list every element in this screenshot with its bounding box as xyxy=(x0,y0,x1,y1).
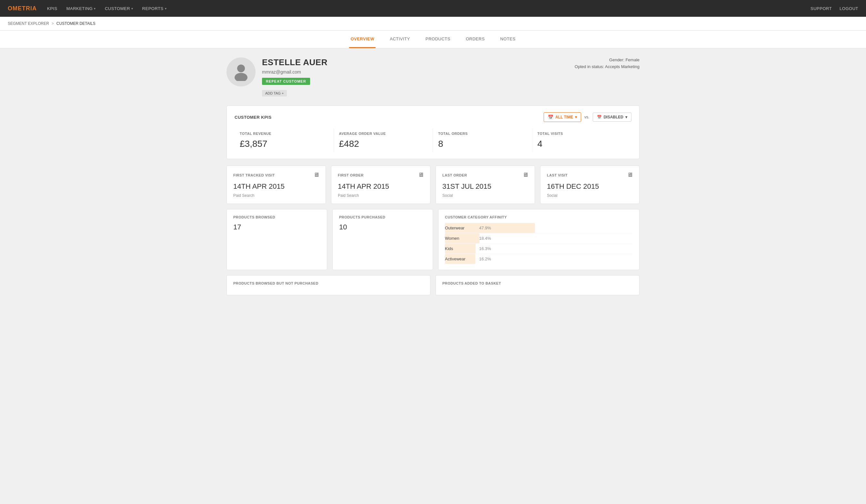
nav-right: SUPPORT LOGOUT xyxy=(811,6,858,11)
breadcrumb: SEGMENT EXPLORER > CUSTOMER DETAILS xyxy=(0,17,866,31)
nav-items: KPIS MARKETING ▾ CUSTOMER ▾ REPORTS ▾ xyxy=(47,6,811,11)
last-visit-value: 16TH DEC 2015 xyxy=(547,182,633,191)
calendar-icon: 📅 xyxy=(548,114,553,120)
nav-item-kpis[interactable]: KPIS xyxy=(47,6,57,11)
avatar xyxy=(226,57,256,87)
customer-info: ESTELLE AUER mmraz@gmail.com REPEAT CUST… xyxy=(262,57,568,97)
chevron-icon: ▾ xyxy=(131,7,133,10)
affinity-row: Kids16.3% xyxy=(445,244,633,254)
kpi-metrics: TOTAL REVENUE £3,857 AVERAGE ORDER VALUE… xyxy=(235,128,631,152)
main-content: ESTELLE AUER mmraz@gmail.com REPEAT CUST… xyxy=(207,48,659,304)
products-purchased-label: PRODUCTS PURCHASED xyxy=(339,215,385,219)
products-purchased-value: 10 xyxy=(339,223,426,231)
first-order-sub: Paid Search xyxy=(338,193,424,198)
products-row: PRODUCTS BROWSED 17 PRODUCTS PURCHASED 1… xyxy=(226,209,640,270)
kpi-total-orders: TOTAL ORDERS 8 xyxy=(433,128,532,152)
bottom-row: PRODUCTS BROWSED BUT NOT PURCHASED PRODU… xyxy=(226,275,640,295)
customer-header: ESTELLE AUER mmraz@gmail.com REPEAT CUST… xyxy=(226,57,640,97)
visit-cards: FIRST TRACKED VISIT 🖥 14TH APR 2015 Paid… xyxy=(226,166,640,204)
monitor-icon-2: 🖥 xyxy=(418,172,424,178)
monitor-icon-4: 🖥 xyxy=(627,172,633,178)
calendar-icon-gray: 📅 xyxy=(597,115,602,119)
tab-orders[interactable]: ORDERS xyxy=(465,31,486,48)
products-purchased-card: PRODUCTS PURCHASED 10 xyxy=(332,209,433,270)
products-browsed-value: 17 xyxy=(233,223,320,231)
affinity-pct: 47.9% xyxy=(479,225,491,231)
tab-bar: OVERVIEW ACTIVITY PRODUCTS ORDERS NOTES xyxy=(0,31,866,48)
first-order-label: FIRST ORDER xyxy=(338,173,364,177)
products-browsed-label: PRODUCTS BROWSED xyxy=(233,215,275,219)
affinity-rows: Outerwear47.9%Women18.4%Kids16.3%Activew… xyxy=(445,223,633,264)
customer-gender: Gender: Female xyxy=(575,57,640,62)
disabled-button[interactable]: 📅 DISABLED ▾ xyxy=(593,113,631,122)
logo[interactable]: OMETRIA xyxy=(8,5,37,12)
tab-overview[interactable]: OVERVIEW xyxy=(349,31,376,48)
products-browsed-not-purchased-label: PRODUCTS BROWSED BUT NOT PURCHASED xyxy=(233,281,319,285)
breadcrumb-current: CUSTOMER DETAILS xyxy=(56,21,96,26)
vs-label: vs. xyxy=(584,115,589,119)
last-order-card: LAST ORDER 🖥 31ST JUL 2015 Social xyxy=(436,166,535,204)
nav-logout[interactable]: LOGOUT xyxy=(840,6,858,11)
kpi-header: CUSTOMER KPIS 📅 ALL TIME ▾ vs. 📅 DISABLE… xyxy=(235,112,631,122)
first-tracked-visit-label: FIRST TRACKED VISIT xyxy=(233,173,275,177)
add-tag-button[interactable]: ADD TAG + xyxy=(262,90,287,97)
monitor-icon-3: 🖥 xyxy=(522,172,529,178)
repeat-customer-badge: REPEAT CUSTOMER xyxy=(262,78,310,85)
chevron-down-icon: ▾ xyxy=(575,115,577,119)
nav-item-reports[interactable]: REPORTS ▾ xyxy=(142,6,167,11)
top-nav: OMETRIA KPIS MARKETING ▾ CUSTOMER ▾ REPO… xyxy=(0,0,866,17)
kpi-total-visits: TOTAL VISITS 4 xyxy=(532,128,632,152)
customer-name: ESTELLE AUER xyxy=(262,57,568,67)
first-tracked-visit-card: FIRST TRACKED VISIT 🖥 14TH APR 2015 Paid… xyxy=(226,166,326,204)
last-visit-sub: Social xyxy=(547,193,633,198)
kpi-total-revenue: TOTAL REVENUE £3,857 xyxy=(235,128,334,152)
affinity-category-label: Kids xyxy=(445,246,477,251)
last-visit-card: LAST VISIT 🖥 16TH DEC 2015 Social xyxy=(540,166,640,204)
last-visit-label: LAST VISIT xyxy=(547,173,568,177)
affinity-pct: 16.3% xyxy=(479,246,491,251)
affinity-row: Activewear16.2% xyxy=(445,254,633,264)
products-added-to-basket-card: PRODUCTS ADDED TO BASKET xyxy=(436,275,640,295)
customer-email: mmraz@gmail.com xyxy=(262,69,568,75)
products-browsed-card: PRODUCTS BROWSED 17 xyxy=(226,209,327,270)
first-order-card: FIRST ORDER 🖥 14TH APR 2015 Paid Search xyxy=(331,166,430,204)
affinity-category-label: Women xyxy=(445,236,477,241)
monitor-icon: 🖥 xyxy=(313,172,320,178)
chevron-down-icon-gray: ▾ xyxy=(625,115,627,119)
affinity-card: CUSTOMER CATEGORY AFFINITY Outerwear47.9… xyxy=(438,209,640,270)
nav-item-customer[interactable]: CUSTOMER ▾ xyxy=(105,6,133,11)
breadcrumb-parent[interactable]: SEGMENT EXPLORER xyxy=(8,21,49,26)
products-browsed-not-purchased-card: PRODUCTS BROWSED BUT NOT PURCHASED xyxy=(226,275,430,295)
last-order-value: 31ST JUL 2015 xyxy=(442,182,528,191)
last-order-label: LAST ORDER xyxy=(442,173,467,177)
tab-notes[interactable]: NOTES xyxy=(499,31,517,48)
person-icon xyxy=(233,63,249,81)
breadcrumb-separator: > xyxy=(52,21,54,26)
customer-meta: Gender: Female Opted in status: Accepts … xyxy=(575,57,640,71)
svg-point-0 xyxy=(237,65,245,72)
kpi-title: CUSTOMER KPIS xyxy=(235,115,272,120)
tab-activity[interactable]: ACTIVITY xyxy=(388,31,411,48)
first-order-value: 14TH APR 2015 xyxy=(338,182,424,191)
affinity-category-label: Activewear xyxy=(445,257,477,261)
affinity-pct: 16.2% xyxy=(479,257,491,261)
kpi-section: CUSTOMER KPIS 📅 ALL TIME ▾ vs. 📅 DISABLE… xyxy=(226,105,640,159)
svg-point-1 xyxy=(235,73,247,81)
affinity-title: CUSTOMER CATEGORY AFFINITY xyxy=(445,215,507,219)
chevron-icon: ▾ xyxy=(165,7,167,10)
last-order-sub: Social xyxy=(442,193,528,198)
chevron-icon: ▾ xyxy=(94,7,96,10)
affinity-pct: 18.4% xyxy=(479,236,491,241)
customer-opted-in: Opted in status: Accepts Marketing xyxy=(575,64,640,69)
tab-products[interactable]: PRODUCTS xyxy=(424,31,452,48)
kpi-controls: 📅 ALL TIME ▾ vs. 📅 DISABLED ▾ xyxy=(544,112,631,122)
affinity-category-label: Outerwear xyxy=(445,225,477,231)
first-tracked-visit-value: 14TH APR 2015 xyxy=(233,182,319,191)
products-added-to-basket-label: PRODUCTS ADDED TO BASKET xyxy=(442,281,501,285)
affinity-row: Women18.4% xyxy=(445,233,633,244)
nav-support[interactable]: SUPPORT xyxy=(811,6,832,11)
nav-item-marketing[interactable]: MARKETING ▾ xyxy=(66,6,96,11)
kpi-avg-order-value: AVERAGE ORDER VALUE £482 xyxy=(334,128,433,152)
first-tracked-visit-sub: Paid Search xyxy=(233,193,319,198)
all-time-button[interactable]: 📅 ALL TIME ▾ xyxy=(544,112,581,122)
